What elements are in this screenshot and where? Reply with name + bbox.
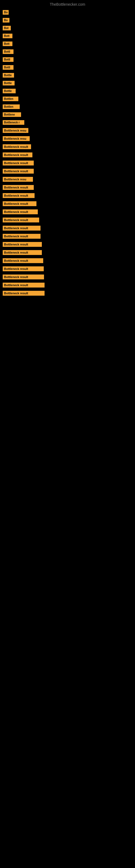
list-item: Bottlen: [3, 97, 132, 101]
list-item: Bottleneck result: [3, 152, 132, 157]
bottleneck-label[interactable]: Bott: [3, 34, 12, 38]
bottleneck-label[interactable]: Bottleneck result: [3, 283, 45, 287]
bottleneck-label[interactable]: Bottleneck resu: [3, 128, 28, 133]
bottleneck-label[interactable]: Bottlene: [3, 112, 21, 117]
list-item: Bottl: [3, 50, 132, 54]
bottleneck-label[interactable]: Bottlen: [3, 97, 18, 101]
bottleneck-label[interactable]: Bottleneck result: [3, 242, 42, 247]
bottleneck-label[interactable]: Bottleneck result: [3, 275, 44, 279]
list-item: Bottl: [3, 57, 132, 62]
list-item: Bottleneck result: [3, 185, 132, 190]
bottleneck-label[interactable]: Bottleneck result: [3, 218, 39, 222]
bottleneck-label[interactable]: Bott: [3, 41, 12, 46]
list-item: Bottleneck result: [3, 250, 132, 255]
list-item: Bottleneck result: [3, 144, 132, 149]
list-item: Bottlen: [3, 104, 132, 109]
bottleneck-label[interactable]: Bottleneck result: [3, 209, 38, 214]
list-item: Bo: [3, 10, 132, 14]
bottleneck-label[interactable]: Bottle: [3, 73, 14, 78]
bottleneck-label[interactable]: Bottleneck resu: [3, 136, 30, 141]
bottleneck-label[interactable]: Bottleneck resu: [3, 177, 33, 182]
list-item: Bottleneck result: [3, 218, 132, 222]
list-item: Bottleneck resu: [3, 177, 132, 182]
list-item: Bottleneck resu: [3, 136, 132, 141]
list-item: Bottleneck resu: [3, 128, 132, 133]
bottleneck-label[interactable]: Bottl: [3, 50, 13, 54]
bottleneck-label[interactable]: Bo: [3, 10, 9, 14]
list-item: Bottleneck result: [3, 209, 132, 214]
bottleneck-label[interactable]: Bottleneck result: [3, 291, 45, 296]
list-item: Bottleneck result: [3, 193, 132, 198]
bottleneck-label[interactable]: Bottlen: [3, 104, 20, 109]
bottleneck-label[interactable]: Bottle: [3, 89, 16, 93]
bottleneck-label[interactable]: Bottleneck result: [3, 250, 42, 255]
list-item: Bottle: [3, 73, 132, 78]
bottleneck-label[interactable]: Bottleneck result: [3, 185, 34, 190]
list-item: Bottleneck result: [3, 201, 132, 206]
list-item: Bottlene: [3, 112, 132, 117]
bottleneck-label[interactable]: Bo: [3, 18, 9, 23]
bottleneck-label[interactable]: Bottleneck result: [3, 152, 32, 157]
list-item: Bottleneck result: [3, 169, 132, 174]
bottleneck-label[interactable]: Bottl: [3, 65, 13, 70]
list-item: Bott: [3, 41, 132, 46]
list-item: Bottle: [3, 81, 132, 86]
bottleneck-label[interactable]: Bottleneck result: [3, 193, 35, 198]
bottleneck-label[interactable]: Bottle: [3, 81, 14, 86]
items-container: BoBoBotBottBottBottlBottlBottlBottleBott…: [0, 9, 135, 300]
bottleneck-label[interactable]: Bot: [3, 26, 11, 30]
list-item: Bottleneck result: [3, 283, 132, 287]
list-item: Bottle: [3, 89, 132, 93]
list-item: Bottleneck result: [3, 226, 132, 230]
list-item: Bottleneck result: [3, 267, 132, 271]
list-item: Bot: [3, 26, 132, 30]
list-item: Bottleneck r: [3, 120, 132, 125]
bottleneck-label[interactable]: Bottleneck r: [3, 120, 24, 125]
bottleneck-label[interactable]: Bottleneck result: [3, 234, 41, 239]
bottleneck-label[interactable]: Bottleneck result: [3, 201, 37, 206]
bottleneck-label[interactable]: Bottleneck result: [3, 226, 41, 230]
list-item: Bottleneck result: [3, 161, 132, 165]
bottleneck-label[interactable]: Bottleneck result: [3, 161, 34, 165]
bottleneck-label[interactable]: Bottleneck result: [3, 267, 44, 271]
list-item: Bo: [3, 18, 132, 23]
list-item: Bottleneck result: [3, 291, 132, 296]
bottleneck-label[interactable]: Bottl: [3, 57, 13, 62]
list-item: Bott: [3, 34, 132, 38]
list-item: Bottleneck result: [3, 275, 132, 279]
list-item: Bottleneck result: [3, 242, 132, 247]
list-item: Bottl: [3, 65, 132, 70]
list-item: Bottleneck result: [3, 234, 132, 239]
site-title: TheBottlenecker.com: [0, 0, 135, 9]
list-item: Bottleneck result: [3, 258, 132, 263]
bottleneck-label[interactable]: Bottleneck result: [3, 169, 34, 174]
bottleneck-label[interactable]: Bottleneck result: [3, 258, 43, 263]
bottleneck-label[interactable]: Bottleneck result: [3, 144, 31, 149]
